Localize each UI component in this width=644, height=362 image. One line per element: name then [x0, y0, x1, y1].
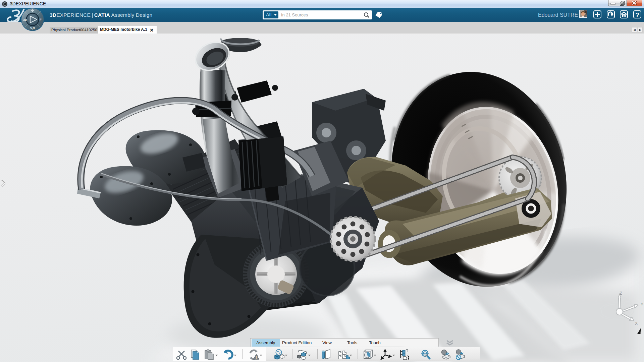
svg-text:V,R: V,R — [30, 26, 35, 30]
svg-text:Y: Y — [641, 302, 643, 307]
svg-text:Z: Z — [620, 291, 622, 296]
svg-text:!: ! — [256, 356, 257, 359]
svg-text:X: X — [635, 321, 638, 326]
svg-text:3D: 3D — [23, 18, 27, 21]
svg-text:i²: i² — [40, 18, 42, 21]
